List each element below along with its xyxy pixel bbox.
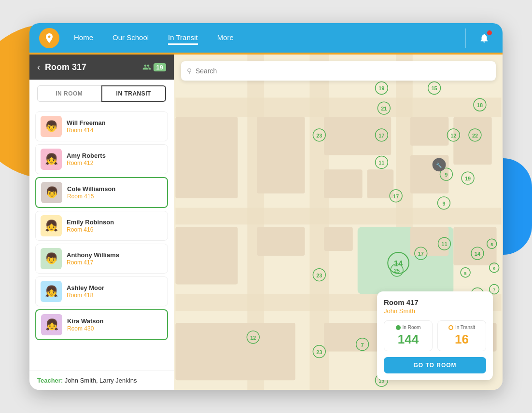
svg-rect-14 [175, 117, 238, 198]
svg-rect-9 [367, 169, 394, 198]
svg-text:23: 23 [316, 133, 322, 138]
student-room: Room 416 [67, 226, 163, 233]
notification-bell[interactable] [476, 29, 493, 47]
svg-rect-4 [175, 208, 501, 225]
tab-in-room[interactable]: IN ROOM [37, 85, 101, 102]
svg-rect-8 [324, 169, 362, 198]
info-card-room: Room 417 [384, 298, 486, 306]
student-item[interactable]: 👦Will FreemanRoom 414 [35, 111, 168, 141]
svg-text:9: 9 [493, 266, 495, 271]
people-count: 19 [154, 63, 166, 71]
svg-text:7: 7 [493, 288, 495, 292]
svg-text:5: 5 [464, 271, 467, 276]
student-name: Kira Watson [67, 317, 162, 325]
search-bar: ⚲ [181, 61, 496, 81]
student-item[interactable]: 👧Kira WatsonRoom 430 [35, 309, 168, 340]
tab-in-transit[interactable]: IN TRANSIT [101, 85, 167, 102]
svg-text:14: 14 [475, 251, 480, 257]
svg-text:7: 7 [361, 342, 364, 348]
svg-text:14: 14 [394, 259, 403, 268]
teacher-label: Teacher: [37, 377, 63, 384]
navbar: Home Our School In Transit More [29, 23, 503, 55]
info-card-teacher: John Smith [384, 307, 486, 315]
sidebar: ‹ Room 317 19 IN ROOM IN TRANSIT 👦Wil [29, 55, 174, 390]
in-room-count: 144 [388, 332, 428, 347]
nav-in-transit[interactable]: In Transit [168, 31, 198, 45]
svg-text:11: 11 [441, 241, 447, 247]
nav-more[interactable]: More [217, 31, 234, 45]
decorative-blue-arc [503, 158, 532, 255]
room-title: Room 317 [45, 62, 138, 72]
search-input[interactable] [196, 67, 490, 75]
svg-text:12: 12 [250, 335, 256, 341]
tab-row: IN ROOM IN TRANSIT [29, 80, 174, 108]
svg-text:9: 9 [445, 172, 448, 178]
nav-our-school[interactable]: Our School [112, 31, 149, 45]
student-item[interactable]: 👧Emily RobinsonRoom 416 [35, 211, 168, 241]
in-transit-count: 16 [442, 332, 482, 347]
svg-rect-1 [175, 97, 501, 117]
svg-text:17: 17 [378, 133, 384, 138]
info-card-stats: In Room 144 In Transit 16 [384, 320, 486, 351]
student-room: Room 418 [67, 292, 163, 299]
svg-text:12: 12 [450, 133, 456, 138]
student-item[interactable]: 👦Cole WilliamsonRoom 415 [35, 177, 168, 208]
nav-home[interactable]: Home [74, 31, 93, 45]
svg-text:23: 23 [316, 349, 322, 355]
svg-text:23: 23 [316, 273, 322, 278]
student-room: Room 414 [67, 127, 163, 134]
svg-text:22: 22 [472, 133, 478, 138]
svg-rect-16 [324, 227, 353, 251]
student-name: Ashley Moor [67, 284, 163, 291]
sidebar-header: ‹ Room 317 19 [29, 55, 174, 80]
svg-text:25: 25 [394, 268, 400, 274]
teacher-footer: Teacher: John Smith, Larry Jenkins [29, 371, 174, 390]
student-list: 👦Will FreemanRoom 414👧Amy RobertsRoom 41… [29, 108, 174, 371]
student-room: Room 412 [67, 160, 163, 166]
svg-rect-21 [175, 323, 295, 380]
student-room: Room 415 [67, 193, 162, 200]
student-name: Emily Robinson [67, 219, 163, 226]
in-room-label: In Room [388, 325, 428, 330]
svg-text:18: 18 [477, 102, 483, 108]
svg-text:19: 19 [465, 176, 471, 181]
svg-rect-19 [175, 227, 238, 284]
svg-text:19: 19 [378, 85, 384, 91]
student-room: Room 417 [67, 259, 163, 266]
map-area: ⚲ [174, 55, 503, 390]
notification-badge [487, 30, 492, 35]
svg-text:5: 5 [490, 242, 493, 247]
navbar-links: Home Our School In Transit More [74, 31, 456, 45]
people-badge: 19 [142, 63, 166, 71]
search-icon: ⚲ [187, 67, 192, 75]
info-card: Room 417 John Smith In Room 144 [377, 291, 493, 380]
app-container: Home Our School In Transit More ‹ Room 3… [29, 23, 503, 390]
go-to-room-button[interactable]: GO TO ROOM [384, 357, 486, 373]
svg-text:🔧: 🔧 [436, 162, 443, 168]
in-room-stat: In Room 144 [384, 320, 433, 351]
in-transit-label: In Transit [442, 325, 482, 330]
in-transit-stat: In Transit 16 [437, 320, 486, 351]
student-item[interactable]: 👧Ashley MoorRoom 418 [35, 276, 168, 306]
app-logo [39, 28, 59, 48]
teacher-names: John Smith, Larry Jenkins [65, 377, 137, 384]
student-item[interactable]: 👦Anthony WilliamsRoom 417 [35, 244, 168, 274]
main-content: ‹ Room 317 19 IN ROOM IN TRANSIT 👦Wil [29, 55, 503, 390]
navbar-divider [465, 28, 466, 48]
svg-rect-11 [410, 117, 448, 146]
student-room: Room 430 [67, 325, 162, 332]
student-name: Cole Williamson [67, 185, 162, 193]
svg-rect-10 [257, 117, 305, 193]
student-name: Will Freeman [67, 119, 163, 126]
svg-text:17: 17 [418, 251, 424, 257]
orange-circle-icon [448, 325, 453, 330]
student-name: Anthony Williams [67, 251, 163, 259]
svg-text:17: 17 [393, 193, 399, 199]
svg-text:11: 11 [378, 160, 384, 165]
student-name: Amy Roberts [67, 152, 163, 159]
svg-text:9: 9 [442, 201, 445, 206]
green-dot-icon [396, 325, 401, 330]
svg-rect-20 [257, 227, 305, 256]
student-item[interactable]: 👧Amy RobertsRoom 412 [35, 144, 168, 174]
back-button[interactable]: ‹ [37, 62, 40, 72]
